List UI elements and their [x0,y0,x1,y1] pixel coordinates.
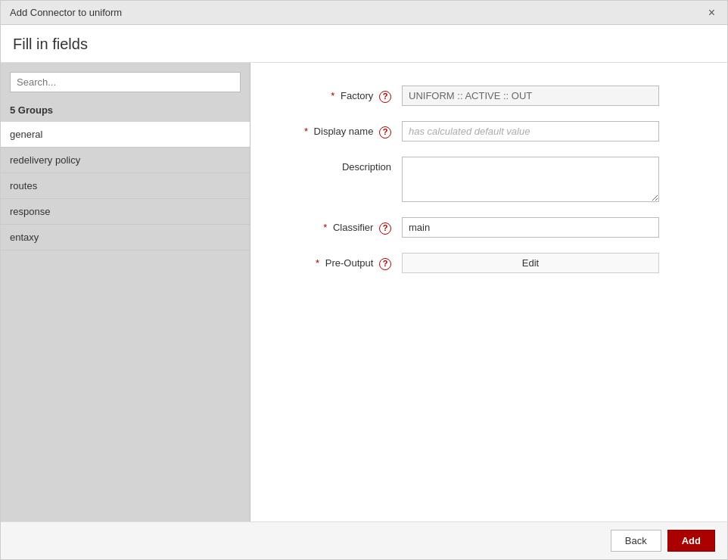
sidebar-item-redelivery-policy[interactable]: redelivery policy [1,148,250,173]
groups-header: 5 Groups [1,100,250,122]
back-button[interactable]: Back [611,530,661,552]
modal-dialog: Add Connector to uniform × Fill in field… [0,0,728,560]
classifier-required-star: * [323,222,327,233]
factory-input [402,86,659,106]
pre-output-help-icon[interactable]: ? [379,258,391,270]
factory-help-icon[interactable]: ? [379,91,391,103]
display-name-label: * Display name ? [281,121,402,138]
sidebar-item-routes[interactable]: routes [1,173,250,199]
factory-required-star: * [331,90,334,101]
search-input[interactable] [10,72,241,92]
sidebar-item-entaxy[interactable]: entaxy [1,225,250,250]
title-bar: Add Connector to uniform × [1,1,727,25]
sidebar: 5 Groups general redelivery policy route… [1,63,250,521]
search-container [1,63,250,100]
pre-output-edit-button[interactable]: Edit [402,253,659,273]
display-name-help-icon[interactable]: ? [379,126,391,138]
classifier-input[interactable] [402,217,659,238]
sidebar-item-response[interactable]: response [1,199,250,225]
content-area: 5 Groups general redelivery policy route… [1,63,727,521]
factory-label: * Factory ? [281,86,402,103]
dialog-title: Add Connector to uniform [10,7,122,18]
footer: Back Add [1,521,727,559]
display-name-required-star: * [304,126,308,137]
classifier-help-icon[interactable]: ? [379,222,391,235]
close-button[interactable]: × [705,5,718,20]
add-button[interactable]: Add [667,530,715,552]
display-name-row: * Display name ? [281,121,697,142]
pre-output-required-star: * [316,257,319,269]
description-textarea[interactable] [402,157,659,202]
sidebar-item-general[interactable]: general [1,122,250,148]
classifier-row: * Classifier ? [281,217,697,238]
factory-row: * Factory ? [281,86,697,106]
page-heading: Fill in fields [1,25,727,63]
description-row: Description [281,157,697,202]
form-area: * Factory ? * Display name ? Description [250,63,727,521]
pre-output-row: * Pre-Output ? Edit [281,253,697,273]
description-label: Description [281,157,402,173]
classifier-label: * Classifier ? [281,217,402,235]
display-name-input[interactable] [402,121,659,142]
pre-output-label: * Pre-Output ? [281,253,402,270]
